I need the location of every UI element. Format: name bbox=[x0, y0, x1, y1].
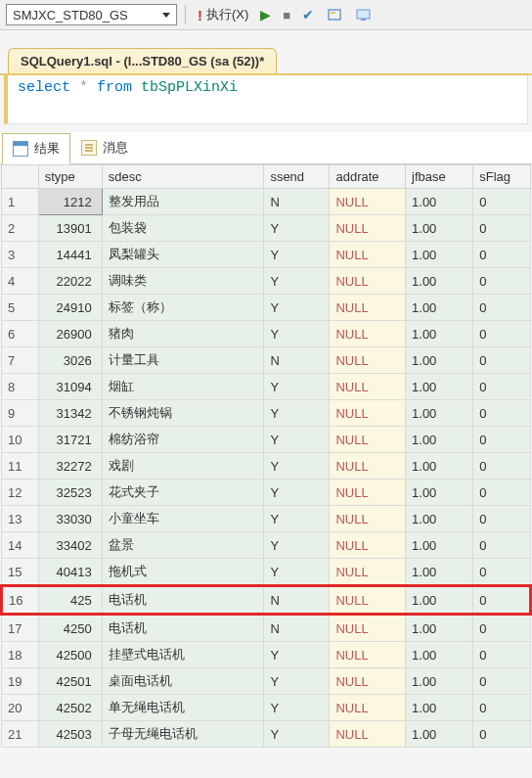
cell-addrate[interactable]: NULL bbox=[330, 721, 406, 748]
cell-ssend[interactable]: Y bbox=[264, 559, 330, 586]
row-number[interactable]: 9 bbox=[2, 400, 39, 427]
table-row[interactable]: 931342不锈钢炖锅YNULL1.000 bbox=[2, 400, 531, 427]
cell-stype[interactable]: 13901 bbox=[38, 215, 102, 242]
outline-button[interactable] bbox=[322, 4, 347, 25]
tab-sqlquery[interactable]: SQLQuery1.sql - (l...STD80_GS (sa (52))* bbox=[8, 48, 277, 73]
cell-sflag[interactable]: 0 bbox=[473, 321, 531, 347]
cell-stype[interactable]: 42502 bbox=[38, 695, 102, 721]
cell-ssend[interactable]: Y bbox=[264, 268, 330, 295]
cell-addrate[interactable]: NULL bbox=[330, 668, 406, 695]
cell-stype[interactable]: 42503 bbox=[38, 721, 102, 748]
row-number[interactable]: 6 bbox=[2, 321, 39, 347]
cell-ssend[interactable]: N bbox=[264, 586, 330, 615]
cell-sdesc[interactable]: 棉纺浴帘 bbox=[102, 427, 264, 453]
table-row[interactable]: 174250电话机NNULL1.000 bbox=[2, 615, 531, 642]
table-row[interactable]: 1842500挂壁式电话机YNULL1.000 bbox=[2, 642, 531, 668]
col-header-ssend[interactable]: ssend bbox=[264, 165, 330, 189]
cell-stype[interactable]: 31342 bbox=[38, 400, 102, 427]
row-number[interactable]: 10 bbox=[2, 427, 39, 453]
cell-jfbase[interactable]: 1.00 bbox=[406, 189, 473, 215]
cell-stype[interactable]: 33402 bbox=[38, 532, 102, 559]
cell-stype[interactable]: 32272 bbox=[38, 453, 102, 480]
cell-stype[interactable]: 22022 bbox=[38, 268, 102, 295]
row-number[interactable]: 13 bbox=[2, 506, 39, 532]
row-number[interactable]: 1 bbox=[2, 189, 39, 215]
cell-stype[interactable]: 1212 bbox=[38, 189, 102, 215]
parse-button[interactable]: ✔ bbox=[298, 5, 318, 24]
cell-ssend[interactable]: Y bbox=[264, 453, 330, 480]
table-row[interactable]: 1132272戏剧YNULL1.000 bbox=[2, 453, 531, 480]
row-number[interactable]: 16 bbox=[2, 586, 39, 615]
table-row[interactable]: 1333030小童坐车YNULL1.000 bbox=[2, 506, 531, 532]
cell-stype[interactable]: 3026 bbox=[38, 347, 102, 374]
cell-ssend[interactable]: Y bbox=[264, 532, 330, 559]
cell-sflag[interactable]: 0 bbox=[473, 559, 531, 586]
cell-jfbase[interactable]: 1.00 bbox=[406, 721, 473, 748]
col-header-addrate[interactable]: addrate bbox=[330, 165, 406, 189]
row-number[interactable]: 18 bbox=[2, 642, 39, 668]
cell-ssend[interactable]: Y bbox=[264, 506, 330, 532]
cell-addrate[interactable]: NULL bbox=[330, 321, 406, 347]
cell-jfbase[interactable]: 1.00 bbox=[406, 374, 473, 400]
table-row[interactable]: 314441凤梨罐头YNULL1.000 bbox=[2, 242, 531, 268]
cell-addrate[interactable]: NULL bbox=[330, 559, 406, 586]
cell-sflag[interactable]: 0 bbox=[473, 347, 531, 374]
cell-jfbase[interactable]: 1.00 bbox=[406, 215, 473, 242]
cell-sdesc[interactable]: 子母无绳电话机 bbox=[102, 721, 264, 748]
cell-sdesc[interactable]: 包装袋 bbox=[102, 215, 264, 242]
cell-addrate[interactable]: NULL bbox=[330, 642, 406, 668]
cell-sflag[interactable]: 0 bbox=[473, 642, 531, 668]
cell-sflag[interactable]: 0 bbox=[473, 615, 531, 642]
row-number[interactable]: 4 bbox=[2, 268, 39, 295]
row-number[interactable]: 12 bbox=[2, 480, 39, 506]
table-row[interactable]: 422022调味类YNULL1.000 bbox=[2, 268, 531, 295]
cell-jfbase[interactable]: 1.00 bbox=[406, 615, 473, 642]
cell-ssend[interactable]: Y bbox=[264, 721, 330, 748]
cell-ssend[interactable]: Y bbox=[264, 642, 330, 668]
cell-sflag[interactable]: 0 bbox=[473, 242, 531, 268]
cell-jfbase[interactable]: 1.00 bbox=[406, 668, 473, 695]
cell-sflag[interactable]: 0 bbox=[473, 189, 531, 215]
table-row[interactable]: 524910标签（称）YNULL1.000 bbox=[2, 295, 531, 321]
cell-jfbase[interactable]: 1.00 bbox=[406, 506, 473, 532]
cell-sflag[interactable]: 0 bbox=[473, 695, 531, 721]
execute-button[interactable]: ! 执行(X) bbox=[194, 4, 252, 25]
table-row[interactable]: 11212整发用品NNULL1.000 bbox=[2, 189, 531, 215]
cell-addrate[interactable]: NULL bbox=[330, 295, 406, 321]
cell-ssend[interactable]: Y bbox=[264, 480, 330, 506]
cell-addrate[interactable]: NULL bbox=[330, 695, 406, 721]
cell-sdesc[interactable]: 挂壁式电话机 bbox=[102, 642, 264, 668]
table-row[interactable]: 1031721棉纺浴帘YNULL1.000 bbox=[2, 427, 531, 453]
table-row[interactable]: 2042502单无绳电话机YNULL1.000 bbox=[2, 695, 531, 721]
cell-sdesc[interactable]: 花式夹子 bbox=[102, 480, 264, 506]
col-header-jfbase[interactable]: jfbase bbox=[406, 165, 473, 189]
cell-jfbase[interactable]: 1.00 bbox=[406, 427, 473, 453]
cell-sflag[interactable]: 0 bbox=[473, 506, 531, 532]
col-header-sdesc[interactable]: sdesc bbox=[102, 165, 264, 189]
cell-sdesc[interactable]: 单无绳电话机 bbox=[102, 695, 264, 721]
col-header-sflag[interactable]: sFlag bbox=[473, 165, 531, 189]
cell-sdesc[interactable]: 猪肉 bbox=[102, 321, 264, 347]
cell-addrate[interactable]: NULL bbox=[330, 189, 406, 215]
row-number[interactable]: 19 bbox=[2, 668, 39, 695]
table-row[interactable]: 16425电话机NNULL1.000 bbox=[2, 586, 531, 615]
row-number[interactable]: 3 bbox=[2, 242, 39, 268]
cell-jfbase[interactable]: 1.00 bbox=[406, 268, 473, 295]
cell-stype[interactable]: 31094 bbox=[38, 374, 102, 400]
cell-sdesc[interactable]: 烟缸 bbox=[102, 374, 264, 400]
row-number[interactable]: 15 bbox=[2, 559, 39, 586]
row-number[interactable]: 7 bbox=[2, 347, 39, 374]
table-row[interactable]: 1232523花式夹子YNULL1.000 bbox=[2, 480, 531, 506]
cell-sdesc[interactable]: 拖机式 bbox=[102, 559, 264, 586]
cell-ssend[interactable]: Y bbox=[264, 695, 330, 721]
run-button[interactable]: ▶ bbox=[256, 5, 275, 24]
cell-jfbase[interactable]: 1.00 bbox=[406, 400, 473, 427]
cell-stype[interactable]: 26900 bbox=[38, 321, 102, 347]
cell-sdesc[interactable]: 调味类 bbox=[102, 268, 264, 295]
cell-ssend[interactable]: Y bbox=[264, 400, 330, 427]
cell-ssend[interactable]: N bbox=[264, 615, 330, 642]
cell-addrate[interactable]: NULL bbox=[330, 242, 406, 268]
cell-addrate[interactable]: NULL bbox=[330, 400, 406, 427]
cell-sdesc[interactable]: 盆景 bbox=[102, 532, 264, 559]
cell-sflag[interactable]: 0 bbox=[473, 295, 531, 321]
